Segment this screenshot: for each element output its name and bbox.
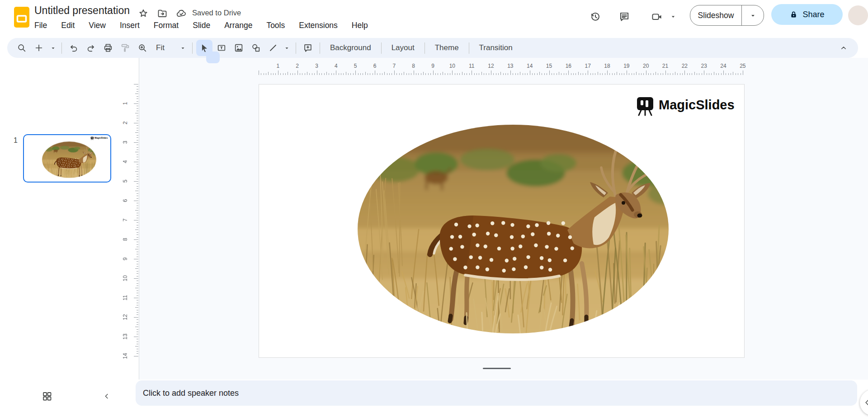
caret-down-icon[interactable]	[668, 9, 678, 25]
ruler-number: 7	[390, 63, 398, 69]
menubar: FileEditViewInsertFormatSlideArrangeTool…	[33, 20, 369, 31]
speaker-notes-panel[interactable]: Click to add speaker notes	[136, 380, 857, 406]
star-icon[interactable]	[137, 7, 150, 20]
separator	[381, 42, 382, 54]
print-icon[interactable]	[100, 40, 116, 56]
slide-number: 1	[14, 136, 18, 145]
new-slide-plus-icon[interactable]	[31, 40, 47, 56]
ruler-number: 11	[467, 63, 476, 69]
zoom-select[interactable]: Fit	[151, 40, 189, 56]
undo-icon[interactable]	[66, 40, 82, 56]
ruler-number: 22	[680, 63, 689, 69]
meet-camera-icon[interactable]	[647, 7, 666, 26]
ruler-number: 14	[122, 352, 128, 360]
slides-logo[interactable]	[14, 6, 30, 28]
ruler-number: 1	[122, 99, 128, 108]
google-slides-app: Untitled presentation Saved to Drive Fil…	[0, 0, 868, 417]
ruler-number: 20	[642, 63, 650, 69]
toolbar: Fit	[7, 38, 858, 58]
ruler-number: 24	[719, 63, 727, 69]
horizontal-ruler[interactable]: 1234567891011121314151617181920212223242…	[259, 63, 744, 75]
insert-comment-icon[interactable]	[300, 40, 316, 56]
ruler-number: 11	[122, 294, 128, 302]
ruler-number: 12	[487, 63, 495, 69]
paint-format-icon[interactable]	[117, 40, 133, 56]
ruler-number: 4	[122, 158, 128, 166]
ruler-number: 5	[351, 63, 359, 69]
slideshow-button[interactable]: Slideshow	[690, 11, 741, 20]
zoom-value: Fit	[156, 43, 165, 52]
menu-slide[interactable]: Slide	[192, 20, 211, 31]
ruler-number: 2	[293, 63, 302, 69]
insert-line-caret-icon[interactable]	[282, 40, 292, 56]
search-icon[interactable]	[14, 40, 30, 56]
cloud-saved-icon[interactable]	[175, 7, 188, 20]
scroll-right-icon[interactable]	[860, 389, 868, 416]
saved-status[interactable]: Saved to Drive	[192, 9, 241, 17]
menu-file[interactable]: File	[33, 20, 48, 31]
ruler-number: 5	[122, 177, 128, 185]
ruler-number: 19	[623, 63, 631, 69]
separator	[320, 42, 320, 54]
zoom-in-icon[interactable]	[134, 40, 151, 56]
ruler-number: 1	[274, 63, 282, 69]
redo-icon[interactable]	[83, 40, 99, 56]
document-title[interactable]: Untitled presentation	[34, 5, 130, 17]
slide-thumbnail[interactable]	[23, 134, 111, 183]
ruler-number: 7	[122, 216, 128, 224]
avatar[interactable]	[848, 5, 868, 25]
slideshow-split-button: Slideshow	[690, 5, 764, 26]
menu-help[interactable]: Help	[351, 20, 369, 31]
view-buttons: BackgroundLayoutThemeTransition	[317, 40, 520, 56]
ruler-number: 14	[526, 63, 534, 69]
ruler-number: 13	[122, 333, 128, 341]
speaker-notes-placeholder: Click to add speaker notes	[143, 389, 239, 398]
menu-edit[interactable]: Edit	[60, 20, 75, 31]
move-folder-icon[interactable]	[156, 7, 169, 20]
ruler-number: 10	[122, 274, 128, 282]
collapse-filmstrip-icon[interactable]	[99, 388, 115, 404]
menu-tools[interactable]: Tools	[265, 20, 286, 31]
ruler-number: 3	[122, 138, 128, 146]
insert-image-icon[interactable]	[231, 40, 247, 56]
comments-icon[interactable]	[615, 7, 634, 26]
ruler-number: 17	[584, 63, 592, 69]
history-icon[interactable]	[586, 7, 605, 26]
toolbar-transition-button[interactable]: Transition	[472, 40, 520, 56]
toolbar-theme-button[interactable]: Theme	[428, 40, 466, 56]
grid-view-icon[interactable]	[39, 388, 55, 404]
insert-line-icon[interactable]	[265, 40, 281, 56]
vertical-ruler[interactable]: 1234567891011121314	[118, 84, 138, 357]
separator	[296, 42, 296, 54]
insert-shape-icon[interactable]	[248, 40, 264, 56]
menu-arrange[interactable]: Arrange	[223, 20, 253, 31]
toolbar-layout-button[interactable]: Layout	[384, 40, 422, 56]
ruler-number: 9	[122, 255, 128, 263]
ruler-number: 18	[603, 63, 611, 69]
ruler-number: 6	[371, 63, 379, 69]
toolbar-background-button[interactable]: Background	[323, 40, 378, 56]
ruler-number: 9	[429, 63, 437, 69]
slide-canvas[interactable]: MagicSlides	[259, 84, 745, 358]
ruler-number: 8	[122, 235, 128, 244]
ruler-number: 4	[332, 63, 340, 69]
separator	[192, 42, 193, 54]
ruler-number: 25	[739, 63, 747, 69]
share-button[interactable]: Share	[771, 4, 843, 25]
ruler-number: 21	[661, 63, 670, 69]
separator	[61, 42, 62, 54]
filmstrip: 1	[0, 58, 139, 380]
menu-view[interactable]: View	[88, 20, 107, 31]
slideshow-caret-icon[interactable]	[742, 12, 764, 19]
menu-extensions[interactable]: Extensions	[298, 20, 339, 31]
notes-resize-handle[interactable]	[483, 368, 511, 369]
ruler-number: 2	[122, 119, 128, 127]
menu-insert[interactable]: Insert	[119, 20, 141, 31]
ruler-number: 12	[122, 313, 128, 321]
ruler-number: 15	[545, 63, 553, 69]
new-slide-caret-icon[interactable]	[48, 40, 58, 56]
toolbar-collapse-icon[interactable]	[835, 40, 852, 56]
ruler-number: 3	[313, 63, 321, 69]
menu-format[interactable]: Format	[153, 20, 179, 31]
share-label: Share	[802, 10, 824, 19]
